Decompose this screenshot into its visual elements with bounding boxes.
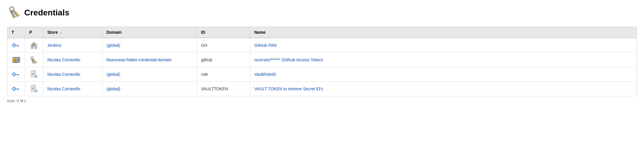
table-header: T P Store ↓ Domain ID Name <box>7 27 637 38</box>
col-header-P: P <box>25 27 43 38</box>
col-header-T: T <box>7 27 25 38</box>
store-link[interactable]: Jenkins <box>47 43 61 48</box>
domain-link[interactable]: blueocean-folder-credential-domain <box>106 57 171 62</box>
col-header-id: ID <box>197 27 250 38</box>
svg-rect-25 <box>17 59 20 59</box>
id-cell: github <box>197 53 250 67</box>
svg-rect-12 <box>15 45 19 46</box>
domain-cell: (global) <box>102 67 197 82</box>
id-cell: role <box>197 67 250 82</box>
svg-rect-13 <box>18 46 19 47</box>
svg-point-49 <box>12 87 15 91</box>
col-header-name: Name <box>250 27 637 38</box>
svg-rect-52 <box>18 89 19 90</box>
name-cell: ncorrare/****** (Github Access Token) <box>250 53 637 67</box>
store-link[interactable]: Nicolas Corrarello <box>47 72 80 77</box>
name-link[interactable]: ncorrare/****** (Github Access Token) <box>254 57 323 62</box>
svg-rect-14 <box>17 46 18 46</box>
svg-rect-56 <box>32 88 35 88</box>
svg-rect-57 <box>32 88 34 89</box>
domain-link[interactable]: (global) <box>106 43 120 48</box>
credentials-table: T P Store ↓ Domain ID Name <box>7 27 637 96</box>
svg-rect-19 <box>35 45 35 45</box>
svg-rect-53 <box>17 89 18 90</box>
name-link[interactable]: GitHub PAN <box>254 43 276 48</box>
name-link[interactable]: VaultRoleID <box>254 72 276 77</box>
svg-rect-38 <box>15 74 19 75</box>
svg-rect-18 <box>35 45 35 45</box>
provider-icon-cell <box>25 53 43 67</box>
svg-rect-26 <box>17 60 19 60</box>
type-icon-cell <box>7 82 25 96</box>
id-cell: GH <box>197 38 250 53</box>
type-icon-cell: ★★★★★ <box>7 53 25 67</box>
name-cell: VAULT TOKEN to retrieve Secret ID's <box>250 82 637 96</box>
name-cell: VaultRoleID <box>250 67 637 82</box>
svg-rect-45 <box>32 75 35 75</box>
table-body: Jenkins (global) GH GitHub PAN ★★★★★ <box>7 38 637 96</box>
svg-rect-47 <box>37 76 38 77</box>
svg-rect-21 <box>33 46 35 46</box>
store-link[interactable]: Nicolas Corrarello <box>47 57 80 62</box>
svg-rect-17 <box>34 44 35 44</box>
store-cell: Nicolas Corrarello <box>43 67 102 82</box>
svg-point-10 <box>12 44 15 47</box>
col-header-domain: Domain <box>102 27 197 38</box>
svg-point-50 <box>13 88 15 90</box>
footer-note: Icon: S M L <box>7 99 637 103</box>
domain-cell: (global) <box>102 82 197 96</box>
col-header-store[interactable]: Store ↓ <box>43 27 102 38</box>
svg-marker-15 <box>31 42 37 49</box>
svg-rect-43 <box>32 73 35 73</box>
store-link[interactable]: Nicolas Corrarello <box>47 86 80 91</box>
page-header: Credentials <box>7 5 637 21</box>
credentials-icon <box>7 5 21 21</box>
page-title: Credentials <box>24 8 69 17</box>
svg-point-30 <box>31 57 33 59</box>
id-cell: VAULTTOKEN <box>197 82 250 96</box>
table-row: Nicolas Corrarello (global) VAULTTOKEN V… <box>7 82 637 96</box>
svg-rect-51 <box>15 89 19 89</box>
table-row: Nicolas Corrarello (global) role VaultRo… <box>7 67 637 82</box>
domain-cell: (global) <box>102 38 197 53</box>
provider-icon-cell <box>25 67 43 82</box>
provider-icon-cell <box>25 82 43 96</box>
svg-rect-27 <box>17 60 19 61</box>
svg-rect-58 <box>32 89 35 89</box>
svg-point-37 <box>13 73 15 75</box>
domain-link[interactable]: (global) <box>106 72 120 77</box>
svg-text:★★★★★: ★★★★★ <box>13 62 19 63</box>
sort-arrow-icon: ↓ <box>60 31 62 34</box>
svg-point-1 <box>10 7 13 10</box>
table-row: ★★★★★ Nicolas Corrarello blueocean-folde… <box>7 53 637 67</box>
type-icon-cell <box>7 67 25 82</box>
domain-cell: blueocean-folder-credential-domain <box>102 53 197 67</box>
svg-rect-39 <box>18 75 19 76</box>
domain-link[interactable]: (global) <box>106 86 120 91</box>
table-row: Jenkins (global) GH GitHub PAN <box>7 38 637 53</box>
store-cell: Nicolas Corrarello <box>43 53 102 67</box>
svg-point-23 <box>14 58 16 61</box>
name-link[interactable]: VAULT TOKEN to retrieve Secret ID's <box>254 86 323 91</box>
svg-point-36 <box>12 73 15 76</box>
svg-rect-44 <box>32 74 34 74</box>
svg-rect-60 <box>37 91 38 91</box>
store-cell: Jenkins <box>43 38 102 53</box>
svg-point-11 <box>13 44 15 46</box>
store-cell: Nicolas Corrarello <box>43 82 102 96</box>
provider-icon-cell <box>25 38 43 53</box>
svg-rect-40 <box>17 75 18 76</box>
type-icon-cell <box>7 38 25 53</box>
name-cell: GitHub PAN <box>250 38 637 53</box>
